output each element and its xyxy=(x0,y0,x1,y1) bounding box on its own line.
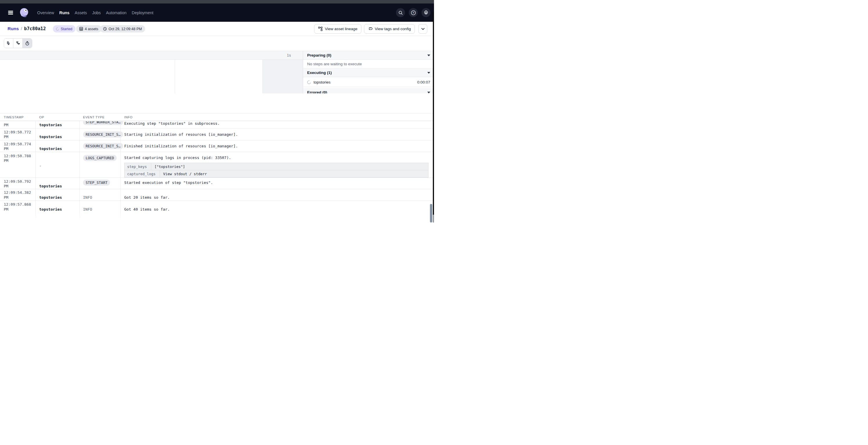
help-button[interactable]: ? xyxy=(409,8,418,17)
gantt-chart: 1s most_frequent_words Hide unselected s… xyxy=(0,51,303,93)
gantt-future-shade xyxy=(262,60,303,93)
col-timestamp: TIMESTAMP xyxy=(4,115,24,119)
event-type-badge: RESOURCE_INIT_S… xyxy=(83,143,123,149)
dagster-run-page: Overview Runs Assets Jobs Automation Dep… xyxy=(0,0,434,222)
view-mode-waterfall-button[interactable] xyxy=(13,39,23,48)
log-row[interactable]: 12:09:50.772 PM topstories RESOURCE_INIT… xyxy=(0,129,434,140)
log-row[interactable]: 12:09:57.868 PM topstories INFO Got 40 i… xyxy=(0,201,434,222)
nav-item-overview[interactable]: Overview xyxy=(37,10,54,15)
run-toolbar: Hide not started steps Re-execute all (*… xyxy=(0,36,434,51)
log-rows: 12:09:50.770 PM topstories STEP_WORKER_S… xyxy=(0,121,434,222)
breadcrumb-separator: / xyxy=(21,26,22,31)
run-id: b7c80a12 xyxy=(24,26,46,31)
nav-links: Overview Runs Assets Jobs Automation Dep… xyxy=(37,3,153,22)
event-type-badge: LOGS_CAPTURED xyxy=(83,155,117,161)
nav-item-automation[interactable]: Automation xyxy=(106,10,127,15)
panel-section-executing[interactable]: Executing (1) xyxy=(303,68,434,77)
panel-section-errored[interactable]: Errored (0) xyxy=(303,88,434,93)
log-row[interactable]: 12:09:54.382 PM topstories INFO Got 20 i… xyxy=(0,189,434,201)
tag-icon xyxy=(368,27,372,31)
chevron-down-icon xyxy=(427,72,430,74)
logs-toolbar: Events stdout stderr Levels (5/6) xyxy=(0,93,434,113)
gantt-timeline-header: 1s xyxy=(0,51,303,60)
log-table-header: TIMESTAMP OP EVENT TYPE INFO xyxy=(0,113,434,121)
panel-executing-step-row[interactable]: topstories 0:00:07 xyxy=(303,77,434,87)
event-type-plain: INFO xyxy=(83,195,92,200)
view-mode-timer-button[interactable] xyxy=(23,39,32,48)
settings-button[interactable] xyxy=(422,8,431,17)
nav-item-assets[interactable]: Assets xyxy=(74,10,87,15)
step-status-panel: Preparing (0) No steps are waiting to ex… xyxy=(303,51,434,93)
metadata-row[interactable]: captured_logs View stdout / stderr xyxy=(125,170,428,177)
run-header: Runs / b7c80a12 Started 4 assets Oct 29,… xyxy=(0,22,434,36)
vertical-scrollbar-thumb[interactable] xyxy=(430,204,432,222)
col-event-type: EVENT TYPE xyxy=(83,115,104,119)
log-row[interactable]: 12:09:50.770 PM topstories STEP_WORKER_S… xyxy=(0,121,434,129)
waterfall-view-icon xyxy=(16,41,20,45)
event-type-badge: STEP_WORKER_STA… xyxy=(83,121,123,125)
status-spinner-icon xyxy=(56,27,60,31)
col-info: INFO xyxy=(124,115,133,119)
svg-text:?: ? xyxy=(412,11,414,14)
clock-icon xyxy=(103,27,107,31)
search-button[interactable] xyxy=(396,8,405,17)
stopwatch-icon xyxy=(25,41,29,45)
panel-preparing-empty-message: No steps are waiting to execute xyxy=(303,60,434,68)
help-icon: ? xyxy=(411,10,416,15)
event-type-plain: INFO xyxy=(83,207,92,211)
metadata-row: step_keys ["topstories"] xyxy=(125,163,428,170)
dagster-logo xyxy=(19,7,30,18)
start-time-badge: Oct 29, 12:09:48 PM xyxy=(100,25,145,33)
chevron-down-icon xyxy=(427,92,430,93)
panel-section-preparing[interactable]: Preparing (0) xyxy=(303,51,434,60)
log-row[interactable]: 12:09:50.788 PM - LOGS_CAPTURED Started … xyxy=(0,152,434,178)
asset-grid-icon xyxy=(79,27,83,31)
search-icon xyxy=(398,10,403,15)
nav-item-runs[interactable]: Runs xyxy=(59,10,69,15)
log-row[interactable]: 12:09:50.774 PM topstories RESOURCE_INIT… xyxy=(0,140,434,152)
hamburger-menu-icon[interactable] xyxy=(8,11,13,14)
event-type-badge: RESOURCE_INIT_S… xyxy=(83,131,123,137)
breadcrumb: Runs / b7c80a12 xyxy=(7,26,46,31)
chevron-down-icon xyxy=(421,28,425,30)
run-actions-dropdown-button[interactable] xyxy=(418,24,427,34)
view-asset-lineage-button[interactable]: View asset lineage xyxy=(314,24,362,34)
log-row[interactable]: 12:09:50.792 PM topstories STEP_START St… xyxy=(0,178,434,189)
event-type-badge: STEP_START xyxy=(83,179,110,186)
assets-badge[interactable]: 4 assets xyxy=(76,25,102,33)
breadcrumb-runs-link[interactable]: Runs xyxy=(7,26,19,31)
top-nav: Overview Runs Assets Jobs Automation Dep… xyxy=(0,3,434,22)
col-op: OP xyxy=(39,115,44,119)
gantt-gridline xyxy=(175,60,175,93)
nav-icon-buttons: ? xyxy=(396,8,431,17)
gear-icon xyxy=(424,10,429,15)
gantt-gridline xyxy=(262,60,263,93)
window-right-edge-footer xyxy=(433,215,434,222)
event-metadata-table: step_keys ["topstories"] captured_logs V… xyxy=(124,163,429,177)
timeline-tick-label: 1s xyxy=(287,54,291,58)
gantt-view-mode-group xyxy=(4,38,32,48)
log-events-table: TIMESTAMP OP EVENT TYPE INFO 12:09:50.77… xyxy=(0,113,434,222)
flat-view-icon xyxy=(7,41,11,45)
window-right-edge xyxy=(433,11,434,215)
view-mode-flat-button[interactable] xyxy=(4,39,13,48)
nav-item-jobs[interactable]: Jobs xyxy=(92,10,101,15)
step-spinner-icon xyxy=(307,79,312,85)
lineage-icon xyxy=(318,27,322,31)
chevron-down-icon xyxy=(427,55,430,56)
window-top-strip xyxy=(0,0,434,3)
run-status-badge: Started xyxy=(53,25,75,33)
nav-item-deployment[interactable]: Deployment xyxy=(132,10,154,15)
view-tags-config-button[interactable]: View tags and config xyxy=(364,24,415,34)
